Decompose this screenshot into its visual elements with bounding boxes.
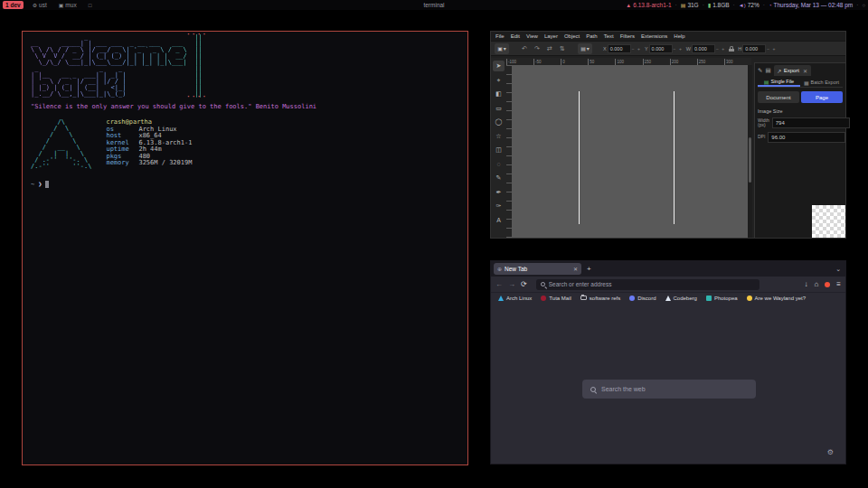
text-tool[interactable]: A [493,215,505,226]
workspace-dev[interactable]: 1 dev [3,1,24,9]
list-tabs-chevron-icon[interactable]: ⌄ [835,266,841,273]
bookmark-discord[interactable]: Discord [629,296,656,301]
x-stepper[interactable]: − + [632,46,641,52]
dpi-label: DPI [758,135,765,140]
bookmark-are-we-wayland-yet[interactable]: Are we Wayland yet? [747,296,806,301]
menu-file[interactable]: File [495,33,505,39]
clock-icon: ◔ [769,3,772,8]
ellipse-tool[interactable]: ◯ [493,117,505,127]
h-input[interactable]: 0.000 [742,44,766,53]
drawn-vertical-line[interactable] [579,91,580,224]
raise-lower-icon: ▤ [580,45,586,52]
export-panel: ✎ ▤ ↗ Export ✕ ▤ Single File ▦ Batch Exp… [754,62,845,238]
memory-module: ▤ 31G [681,2,699,8]
inkscape-canvas[interactable] [512,65,748,238]
bookmark-tuta-mail[interactable]: Tuta Mail [541,296,571,301]
selection-mode-dropdown[interactable]: ▣ ▾ [495,43,509,54]
menu-hamburger-icon[interactable]: ≡ [836,280,841,288]
y-stepper[interactable]: − + [674,46,683,52]
h-stepper[interactable]: − + [767,46,776,52]
page-button[interactable]: Page [801,91,843,103]
bookmark-codeberg[interactable]: Codeberg [665,296,697,301]
flip-horizontal-icon[interactable]: ⇄ [545,45,554,52]
width-label: Width(px) [758,118,769,128]
rotate-ccw-icon[interactable]: ↶ [520,45,529,52]
volume-module[interactable]: ◄) 72% [739,2,760,8]
export-dialog-tab[interactable]: ↗ Export ✕ [774,65,811,76]
calligraphy-tool[interactable]: ✑ [493,201,505,211]
menu-path[interactable]: Path [586,33,597,39]
menu-text[interactable]: Text [604,33,614,39]
document-button[interactable]: Document [758,91,799,103]
bookmark-arch-linux[interactable]: Arch Linux [498,296,532,301]
pencil-tool[interactable]: ✎ [493,173,505,183]
new-tab-button[interactable]: + [587,265,591,273]
w-stepper[interactable]: − + [716,46,725,52]
back-button[interactable]: ← [495,280,503,288]
web-search-box[interactable] [582,380,756,399]
shape-builder-tool[interactable]: ◧ [493,89,505,99]
workspace-mux-label: mux [65,2,76,8]
downloads-icon[interactable]: ↓ [804,280,807,288]
scrollbar-thumb[interactable] [749,137,751,183]
shell-prompt[interactable]: ~ ❯ [31,181,459,188]
pen-tool[interactable]: ✒ [493,187,505,198]
export-width-input[interactable] [772,117,850,128]
w-input[interactable]: 0.000 [692,44,715,53]
pencil-icon[interactable]: ✎ [758,67,762,74]
flip-vertical-icon[interactable]: ⇅ [558,45,567,52]
rectangle-tool[interactable]: ▭ [493,103,505,114]
drawn-vertical-line[interactable] [674,91,675,224]
clock-module[interactable]: ◔ Thursday, Mar 13 — 02:48 pm [769,2,853,8]
terminal-quote: "Silence is the only answer you should g… [31,103,459,110]
lock-aspect-ratio-icon[interactable] [729,46,734,52]
close-tab-icon[interactable]: ✕ [573,266,578,272]
menu-filters[interactable]: Filters [620,33,635,39]
rotate-cw-icon[interactable]: ↷ [533,45,542,52]
power-module[interactable]: ○ [862,3,865,8]
y-input[interactable]: 0.000 [649,44,673,53]
forward-button[interactable]: → [508,280,515,288]
workspace-mux[interactable]: ▣ mux [56,1,80,9]
focused-window-title: terminal [423,2,444,8]
tab-new-tab[interactable]: ⊕ New Tab ✕ [494,263,581,275]
spiral-tool[interactable]: ◌ [493,159,505,170]
tab-single-file[interactable]: ▤ Single File [758,78,800,87]
menu-edit[interactable]: Edit [511,33,520,39]
export-scope-buttons: Document Page [758,91,843,103]
url-input[interactable] [549,281,755,287]
tab-batch-export[interactable]: ▦ Batch Export [800,78,843,87]
url-bar[interactable] [536,279,760,290]
personalize-gear-icon[interactable]: ⚙ [827,448,834,456]
menu-extensions[interactable]: Extensions [641,33,667,39]
extension-home-icon[interactable]: ⌂ [814,280,818,288]
disk-module: ▮ 1.8GB [708,2,730,8]
menu-layer[interactable]: Layer [544,33,558,39]
tuta-mail-icon [541,296,546,301]
menu-help[interactable]: Help [674,33,684,39]
x-input[interactable]: 0.000 [608,44,631,53]
export-dpi-input[interactable] [768,132,845,143]
menu-object[interactable]: Object [564,33,580,39]
selector-tool[interactable]: ➤ [493,61,505,71]
ruler-tick: 50 [588,59,615,65]
menu-view[interactable]: View [526,33,538,39]
layers-icon[interactable]: ▤ [765,67,770,74]
star-tool[interactable]: ☆ [493,131,505,142]
terminal-icon: ▣ [59,2,64,8]
workspace-ust[interactable]: ⚙ ust [30,1,50,9]
box-3d-tool[interactable]: ◫ [493,145,505,155]
bookmark-photopea[interactable]: Photopea [706,296,738,301]
extension-red-icon[interactable] [825,282,830,287]
reload-button[interactable]: ⟳ [521,280,527,288]
web-search-input[interactable] [601,386,748,392]
close-icon[interactable]: ✕ [803,68,807,74]
canvas-scrollbar[interactable] [748,65,752,238]
bookmark-software-refs-folder[interactable]: software refs [580,296,620,301]
tool-options-bar: ▣ ▾ ↶ ↷ ⇄ ⇅ ▤ ▾ X 0.000 − + Y 0.000 − + … [491,41,845,56]
export-panel-header: ✎ ▤ ↗ Export ✕ [758,65,843,76]
node-editor-tool[interactable]: ⌖ [493,75,505,86]
folder-icon [580,296,587,300]
raise-lower-dropdown[interactable]: ▤ ▾ [578,43,592,54]
workspace-empty[interactable]: □ [86,1,95,9]
